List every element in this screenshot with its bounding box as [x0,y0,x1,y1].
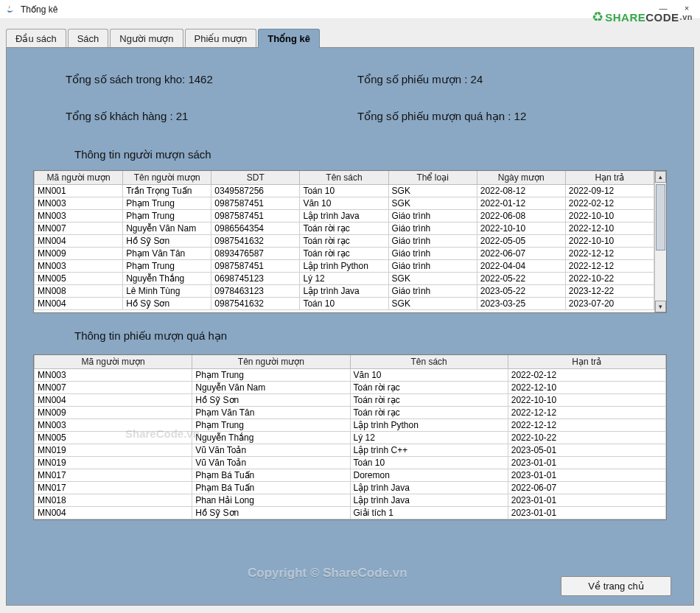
column-header[interactable]: Tên sách [300,171,388,185]
table-cell: MN003 [35,419,192,432]
window-title: Thống kê [21,4,57,15]
table-cell: Toán rời rạc [350,407,508,419]
table-row[interactable]: MN003Phạm Trung0987587451Lập trình JavaG… [35,210,654,223]
table-cell: Lập trình Java [300,210,388,223]
table-cell: Vũ Văn Toản [192,457,350,469]
table-cell: 2023-01-01 [508,494,665,507]
table-cell: 2022-12-12 [565,248,654,260]
table-row[interactable]: MN009Phạm Văn Tân0893476587Toán rời rạcG… [35,248,654,260]
table-cell: Phạm Bá Tuấn [192,469,350,482]
scroll-thumb[interactable] [656,184,665,251]
table-cell: SGK [388,298,477,310]
watermark-logo: ♻ SHARECODE.vn [592,9,693,25]
home-button[interactable]: Về trang chủ [561,576,671,596]
table-row[interactable]: MN004Hồ Sỹ Sơn0987541632Toán rời rạcGiáo… [35,235,654,248]
table-cell: Toán rời rạc [300,235,388,248]
column-header[interactable]: Tên người mượn [192,355,350,369]
table-cell: 2022-12-12 [508,407,665,419]
table-row[interactable]: MN007Nguyễn Văn NamToán rời rạc2022-12-1… [35,382,666,394]
table-cell: MN007 [35,382,192,394]
stat-total-loans: Tổng số phiếu mượn : 24 [357,73,649,86]
table-cell: Văn 10 [300,197,388,210]
column-header[interactable]: Ngày mượn [477,171,565,185]
table-row[interactable]: MN005Nguyễn Thắng0698745123Lý 12SGK2022-… [35,273,654,285]
table-cell: Phạm Trung [123,210,211,223]
table-row[interactable]: MN004Hồ Sỹ SơnToán rời rạc2022-10-10 [35,394,666,407]
tab-panel-thongke: Tổng số sách trong kho: 1462 Tổng số phi… [6,47,694,606]
column-header[interactable]: Mã người mượn [35,355,192,369]
table-cell: MN017 [35,469,192,482]
table-cell: 2023-03-25 [477,298,565,310]
column-header[interactable]: Mã người mượn [35,171,123,185]
table-cell: Lý 12 [350,432,508,444]
table-cell: Lập trình C++ [350,444,508,457]
table-cell: Giáo trình [388,210,477,223]
table-cell: 2022-05-05 [477,235,565,248]
table-cell: Nguyễn Thắng [123,273,211,285]
table-row[interactable]: MN001Trần Trọng Tuấn0349587256Toán 10SGK… [35,185,654,197]
table-row[interactable]: MN005Nguyễn ThắngLý 122022-10-22 [35,432,666,444]
table-cell: Vũ Văn Toản [192,444,350,457]
table2: Mã người mượnTên người mượnTên sáchHạn t… [34,355,666,519]
tab-2[interactable]: Người mượn [110,29,183,48]
table-cell: MN005 [35,432,192,444]
tab-4[interactable]: Thống kê [258,29,320,48]
table-cell: MN007 [35,223,123,235]
table-row[interactable]: MN019Vũ Văn ToảnToán 102023-01-01 [35,457,666,469]
table-row[interactable]: MN003Phạm TrungVăn 102022-02-12 [35,369,666,382]
table-row[interactable]: MN018Phan Hải LongLập trình Java2023-01-… [35,494,666,507]
table-row[interactable]: MN008Lê Minh Tùng0978463123Lập trình Jav… [35,285,654,298]
table-row[interactable]: MN007Nguyễn Văn Nam0986564354Toán rời rạ… [35,223,654,235]
table-cell: 2022-10-10 [508,394,665,407]
table-cell: 2022-10-10 [477,223,565,235]
tab-1[interactable]: Sách [68,29,109,48]
table-cell: SGK [388,185,477,197]
section1-title: Thông tin người mượn sách [7,123,693,170]
column-header[interactable]: Tên sách [350,355,508,369]
table-row[interactable]: MN003Phạm TrungLập trình Python2022-12-1… [35,419,666,432]
table-cell: 2022-05-22 [477,273,565,285]
column-header[interactable]: Hạn trả [565,171,654,185]
table1-body[interactable]: Mã người mượnTên người mượnSDTTên sáchTh… [34,171,654,312]
table-row[interactable]: MN003Phạm Trung0987587451Văn 10SGK2022-0… [35,197,654,210]
table-cell: Giải tích 1 [350,507,508,519]
column-header[interactable]: Hạn trả [508,355,665,369]
table-row[interactable]: MN017Phạm Bá TuấnLập trình Java2022-06-0… [35,482,666,494]
table-cell: 2022-10-10 [565,235,654,248]
table-cell: 2022-12-10 [565,223,654,235]
table-cell: Nguyễn Thắng [192,432,350,444]
table-row[interactable]: MN004Hồ Sỹ SơnGiải tích 12023-01-01 [35,507,666,519]
table-cell: MN003 [35,197,123,210]
table-cell: Toán rời rạc [350,394,508,407]
column-header[interactable]: Tên người mượn [123,171,211,185]
column-header[interactable]: Thể loại [388,171,477,185]
table-row[interactable]: MN003Phạm Trung0987587451Lập trình Pytho… [35,260,654,273]
table-cell: Lập trình Java [350,494,508,507]
table-cell: Toán 10 [300,185,388,197]
table-cell: Lập trình Python [350,419,508,432]
table-cell: Hồ Sỹ Sơn [123,235,211,248]
java-icon [4,4,16,15]
table1-scrollbar[interactable]: ▴ ▾ [654,171,666,312]
table-cell: Lập trình Python [300,260,388,273]
table-cell: 0987541632 [211,298,300,310]
table-cell: MN019 [35,444,192,457]
table-cell: 0698745123 [211,273,300,285]
stats-row-2: Tổng số khách hàng : 21 Tổng số phiếu mư… [7,86,693,123]
table-row[interactable]: MN017Phạm Bá TuấnDoremon2023-01-01 [35,469,666,482]
table-cell: SGK [388,197,477,210]
tab-3[interactable]: Phiếu mượn [185,29,257,48]
table-cell: 2023-05-22 [477,285,565,298]
table2-body[interactable]: Mã người mượnTên người mượnTên sáchHạn t… [34,355,666,519]
scroll-up-icon[interactable]: ▴ [655,171,666,183]
table-cell: Văn 10 [350,369,508,382]
table-cell: MN009 [35,407,192,419]
table-row[interactable]: MN009Phạm Văn TânToán rời rạc2022-12-12 [35,407,666,419]
table-row[interactable]: MN019Vũ Văn ToảnLập trình C++2023-05-01 [35,444,666,457]
scroll-down-icon[interactable]: ▾ [655,301,666,312]
column-header[interactable]: SDT [211,171,300,185]
table-cell: 2022-10-22 [508,432,665,444]
table-row[interactable]: MN004Hồ Sỹ Sơn0987541632Toán 10SGK2023-0… [35,298,654,310]
table-cell: Lý 12 [300,273,388,285]
tab-0[interactable]: Đầu sách [6,29,66,48]
